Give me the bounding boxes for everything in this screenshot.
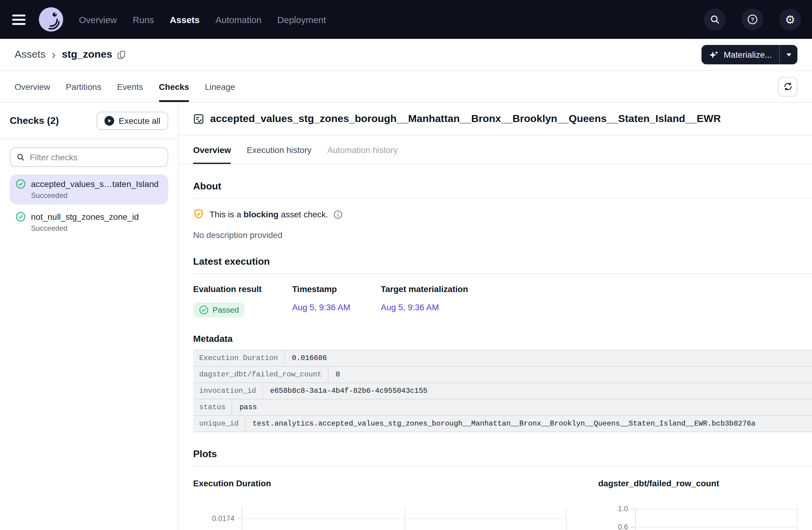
chevron-down-icon — [786, 53, 791, 56]
copy-button[interactable] — [117, 50, 126, 59]
gear-icon: ⚙ — [785, 14, 795, 25]
refresh-icon — [783, 82, 793, 92]
check-status: Succeeded — [31, 224, 162, 233]
check-list: accepted_values_s…taten_Island Succeeded… — [10, 174, 168, 237]
nav-item-overview[interactable]: Overview — [79, 14, 117, 25]
latest-execution-heading: Latest execution — [193, 256, 812, 267]
materialize-button[interactable]: Materialize... — [701, 45, 779, 64]
filter-checks-field — [10, 148, 168, 167]
checklist-icon — [193, 114, 204, 124]
check-name: not_null_stg_zones_zone_id — [31, 212, 139, 222]
asset-tabs: Overview Partitions Events Checks Lineag… — [0, 71, 812, 103]
tab-lineage[interactable]: Lineage — [205, 71, 235, 102]
col-target-materialization: Target materialization — [381, 284, 812, 294]
passed-badge: Passed — [193, 302, 245, 318]
tab-overview[interactable]: Overview — [15, 71, 50, 102]
blocking-note: This is a blocking asset check. — [193, 209, 812, 220]
passed-badge-label: Passed — [213, 305, 239, 314]
check-title-row: accepted_values_stg_zones_borough__Manha… — [178, 103, 812, 135]
no-description-text: No description provided — [193, 230, 812, 240]
help-button[interactable]: ? — [742, 9, 764, 30]
col-timestamp: Timestamp — [292, 284, 381, 294]
col-evaluation-result: Evaluation result — [193, 284, 292, 294]
filter-checks-input[interactable] — [30, 152, 162, 162]
top-nav-links: Overview Runs Assets Automation Deployme… — [79, 14, 326, 25]
execute-all-button[interactable]: Execute all — [96, 112, 168, 130]
nav-item-assets[interactable]: Assets — [170, 14, 200, 25]
timestamp-link[interactable]: Aug 5, 9:36 AM — [292, 302, 350, 312]
check-detail-title: accepted_values_stg_zones_borough__Manha… — [210, 113, 721, 125]
search-button[interactable] — [704, 9, 726, 30]
y-tick-label: 0.6 — [598, 523, 628, 530]
nav-item-deployment[interactable]: Deployment — [277, 14, 326, 25]
chart-title: Execution Duration — [193, 479, 567, 488]
chevron-right-icon: › — [52, 48, 56, 61]
play-circle-icon — [104, 116, 114, 126]
check-detail-body: About This is a blocking asset check. — [178, 164, 812, 530]
dagster-logo[interactable] — [39, 7, 63, 32]
page-title: stg_zones — [62, 48, 112, 61]
breadcrumb-bar: Assets › stg_zones Materialize... — [0, 39, 812, 71]
checks-sidebar: Checks (2) Execute all — [0, 103, 178, 530]
top-nav: Overview Runs Assets Automation Deployme… — [0, 0, 812, 39]
check-name: accepted_values_s…taten_Island — [31, 179, 159, 189]
content-area: Checks (2) Execute all — [0, 103, 812, 530]
tab-check-overview[interactable]: Overview — [193, 135, 231, 164]
checks-sidebar-body: accepted_values_s…taten_Island Succeeded… — [0, 139, 178, 237]
nav-item-automation[interactable]: Automation — [216, 14, 262, 25]
metadata-table: Execution Duration 0.016686 dagster_dbt/… — [193, 350, 812, 432]
materialize-dropdown-button[interactable] — [779, 45, 797, 64]
table-row: status pass — [193, 399, 812, 416]
table-row: unique_id test.analytics.accepted_values… — [193, 416, 812, 432]
search-icon — [709, 14, 720, 25]
sparkle-icon — [708, 50, 719, 59]
nav-item-runs[interactable]: Runs — [133, 14, 154, 25]
checks-header: Checks (2) Execute all — [0, 103, 178, 139]
tab-execution-history[interactable]: Execution history — [247, 135, 311, 164]
tab-events[interactable]: Events — [117, 71, 143, 102]
tab-automation-history[interactable]: Automation history — [327, 135, 398, 164]
shield-check-icon — [193, 209, 204, 220]
check-list-item-not-null[interactable]: not_null_stg_zones_zone_id Succeeded — [10, 207, 168, 237]
plots-heading: Plots — [193, 448, 812, 460]
refresh-button[interactable] — [778, 77, 797, 96]
check-circle-icon — [199, 305, 208, 314]
materialize-label: Materialize... — [724, 50, 772, 59]
hamburger-menu-icon[interactable] — [12, 12, 28, 27]
chart-title: dagster_dbt/failed_row_count — [598, 479, 812, 488]
breadcrumb-assets-link[interactable]: Assets — [15, 48, 46, 61]
svg-text:?: ? — [751, 16, 754, 23]
tab-checks[interactable]: Checks — [159, 71, 189, 102]
about-heading: About — [193, 181, 812, 192]
check-circle-icon — [16, 212, 26, 222]
table-row: invocation_id e658b8c8-3a1a-4b4f-82b6-4c… — [193, 383, 812, 399]
checks-count-title: Checks (2) — [10, 115, 59, 126]
y-tick-label: 1.0 — [598, 504, 628, 513]
metadata-heading: Metadata — [193, 333, 812, 344]
execution-duration-chart: Execution Duration 0.0174 — [193, 479, 567, 530]
copy-icon — [117, 50, 126, 59]
table-row: dagster_dbt/failed_row_count 0 — [193, 367, 812, 383]
plots-grid: Execution Duration 0.0174 dagster_dbt/fa… — [193, 479, 812, 530]
check-list-item-accepted-values[interactable]: accepted_values_s…taten_Island Succeeded — [10, 174, 168, 205]
failed-row-count-chart: dagster_dbt/failed_row_count 1.0 0.6 — [598, 479, 812, 530]
check-status: Succeeded — [31, 191, 162, 200]
execute-all-label: Execute all — [119, 116, 160, 126]
check-circle-icon — [16, 179, 26, 189]
settings-button[interactable]: ⚙ — [779, 9, 801, 30]
target-materialization-link[interactable]: Aug 5, 9:36 AM — [381, 302, 439, 312]
materialize-split-button: Materialize... — [701, 45, 797, 64]
check-detail-tabs: Overview Execution history Automation hi… — [178, 135, 812, 164]
check-detail-panel: accepted_values_stg_zones_borough__Manha… — [178, 103, 812, 530]
dagster-app: Overview Runs Assets Automation Deployme… — [0, 0, 812, 530]
search-icon — [16, 153, 25, 161]
table-row: Execution Duration 0.016686 — [193, 350, 812, 367]
tab-partitions[interactable]: Partitions — [66, 71, 101, 102]
y-tick-label: 0.0174 — [193, 514, 234, 523]
latest-execution-grid: Evaluation result Timestamp Target mater… — [193, 284, 812, 318]
info-icon[interactable] — [334, 210, 343, 219]
help-icon: ? — [747, 14, 758, 25]
